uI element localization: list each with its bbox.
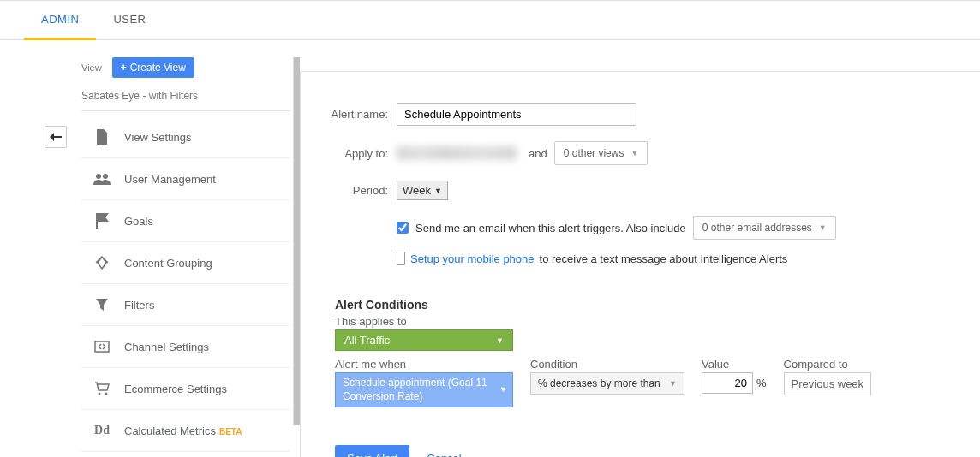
- alert-name-label: Alert name:: [318, 108, 388, 121]
- email-checkbox[interactable]: [397, 222, 409, 234]
- other-emails-label: 0 other email addresses: [702, 222, 812, 234]
- applies-to-value: All Traffic: [344, 334, 390, 347]
- create-view-button[interactable]: + Create View: [112, 57, 194, 78]
- conditions-title: Alert Conditions: [335, 298, 956, 312]
- scrollbar[interactable]: [293, 57, 300, 425]
- apply-to-view-name: [397, 146, 517, 160]
- phone-icon: [397, 252, 405, 265]
- other-emails-dropdown[interactable]: 0 other email addresses ▼: [693, 216, 836, 240]
- view-label: View: [81, 62, 102, 73]
- cancel-link[interactable]: Cancel: [427, 452, 461, 457]
- nav-label: Filters: [124, 299, 154, 312]
- users-icon: [93, 170, 111, 187]
- nav-label: View Settings: [124, 131, 192, 144]
- setup-mobile-link[interactable]: Setup your mobile phone: [410, 252, 535, 265]
- apply-to-and: and: [529, 147, 547, 160]
- condition-select[interactable]: % decreases by more than ▼: [530, 372, 684, 395]
- value-input[interactable]: [702, 372, 753, 394]
- alert-when-label: Alert me when: [335, 358, 513, 371]
- nav-label: User Management: [124, 173, 216, 186]
- other-views-label: 0 other views: [564, 147, 624, 159]
- other-views-dropdown[interactable]: 0 other views ▼: [554, 141, 648, 165]
- alert-name-input[interactable]: [397, 103, 636, 126]
- condition-value: % decreases by more than: [538, 377, 660, 389]
- nav-view-settings[interactable]: View Settings: [81, 116, 290, 158]
- nav-user-management[interactable]: User Management: [81, 158, 290, 200]
- flag-icon: [93, 212, 111, 229]
- applies-to-select[interactable]: All Traffic ▼: [335, 329, 513, 351]
- mobile-text-rest: to receive a text message about Intellig…: [540, 252, 788, 265]
- nav-label: Ecommerce Settings: [124, 383, 227, 395]
- dd-icon: Dd: [93, 422, 111, 439]
- metric-select[interactable]: Schedule appointment (Goal 11 Conversion…: [335, 372, 513, 407]
- nav-goals[interactable]: Goals: [81, 200, 290, 242]
- nav-channel-settings[interactable]: Channel Settings: [81, 326, 290, 368]
- nav-label: Channel Settings: [124, 341, 209, 353]
- nav-ecommerce-settings[interactable]: Ecommerce Settings: [81, 368, 290, 410]
- nav-label: Goals: [124, 215, 153, 228]
- nav-calculated-metrics[interactable]: Dd Calculated MetricsBETA: [81, 410, 290, 452]
- svg-point-3: [99, 393, 101, 395]
- tab-admin[interactable]: ADMIN: [24, 1, 96, 40]
- apply-to-label: Apply to:: [318, 147, 388, 160]
- period-label: Period:: [318, 184, 388, 197]
- back-arrow-icon: [50, 133, 62, 141]
- nav-label: Content Grouping: [124, 257, 212, 270]
- compared-to-label: Compared to: [784, 358, 872, 371]
- svg-point-0: [96, 174, 101, 179]
- svg-rect-2: [95, 341, 109, 352]
- alert-form: Alert name: Apply to: and 0 other views …: [300, 71, 980, 457]
- cart-icon: [93, 380, 111, 397]
- svg-point-4: [105, 393, 108, 395]
- svg-point-1: [103, 174, 108, 179]
- nav-content-grouping[interactable]: Content Grouping: [81, 242, 290, 284]
- caret-down-icon: ▼: [819, 223, 827, 232]
- caret-down-icon: ▼: [630, 149, 638, 157]
- compared-to-box: Previous week: [784, 372, 872, 395]
- plus-icon: +: [121, 62, 127, 74]
- applies-to-label: This applies to: [335, 315, 956, 328]
- condition-label: Condition: [530, 358, 684, 371]
- email-checkbox-label: Send me an email when this alert trigger…: [415, 222, 686, 234]
- metric-value: Schedule appointment (Goal 11 Conversion…: [343, 377, 505, 403]
- create-view-label: Create View: [130, 62, 186, 74]
- page-icon: [93, 128, 111, 145]
- grouping-icon: [93, 254, 111, 271]
- nav-label: Calculated MetricsBETA: [124, 424, 242, 437]
- value-label: Value: [702, 358, 767, 371]
- nav-filters[interactable]: Filters: [81, 284, 290, 326]
- caret-down-icon: ▼: [434, 187, 442, 195]
- back-button[interactable]: [45, 126, 67, 148]
- caret-down-icon: ▼: [499, 385, 507, 395]
- view-name[interactable]: Sabates Eye - with Filters: [81, 85, 290, 111]
- caret-down-icon: ▼: [496, 336, 504, 345]
- period-value: Week: [403, 184, 431, 197]
- percent-sign: %: [756, 377, 767, 389]
- save-alert-button[interactable]: Save Alert: [335, 445, 409, 457]
- admin-tabs: ADMIN USER: [0, 1, 980, 40]
- period-select[interactable]: Week ▼: [397, 181, 448, 200]
- tab-user[interactable]: USER: [96, 1, 163, 39]
- caret-down-icon: ▼: [669, 379, 677, 388]
- channel-icon: [93, 338, 111, 355]
- section-heading: PERSONAL TOOLS & ASSETS: [81, 452, 290, 457]
- sidebar: View + Create View Sabates Eye - with Fi…: [0, 40, 300, 457]
- funnel-icon: [93, 296, 111, 313]
